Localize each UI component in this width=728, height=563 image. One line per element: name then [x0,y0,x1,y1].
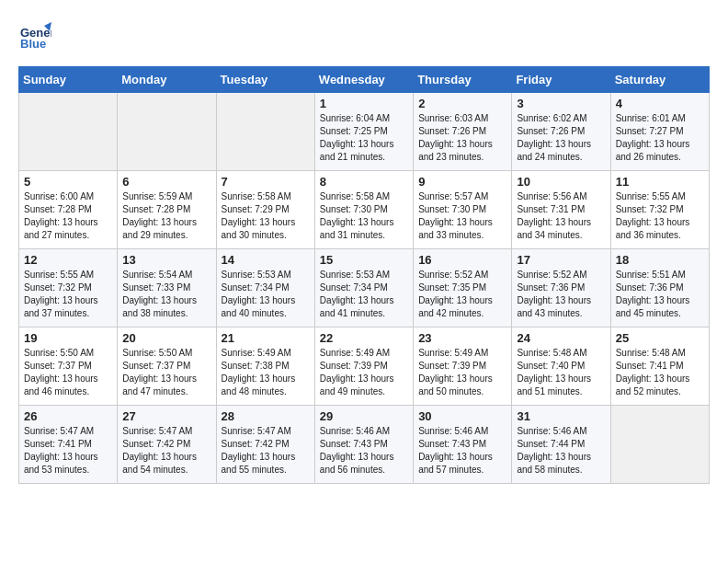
calendar-cell [19,93,118,171]
day-header-sunday: Sunday [19,67,118,93]
cell-content: Sunrise: 6:00 AMSunset: 7:28 PMDaylight:… [24,190,112,242]
calendar-cell: 9Sunrise: 5:57 AMSunset: 7:30 PMDaylight… [414,171,512,249]
day-header-monday: Monday [118,67,216,93]
day-number: 18 [616,253,704,267]
calendar-cell: 1Sunrise: 6:04 AMSunset: 7:25 PMDaylight… [314,93,413,171]
calendar-cell: 18Sunrise: 5:51 AMSunset: 7:36 PMDayligh… [610,249,709,327]
day-number: 10 [517,175,605,189]
cell-content: Sunrise: 6:02 AMSunset: 7:26 PMDaylight:… [517,112,605,164]
calendar-cell: 5Sunrise: 6:00 AMSunset: 7:28 PMDaylight… [19,171,118,249]
day-number: 3 [517,97,605,110]
cell-content: Sunrise: 5:47 AMSunset: 7:42 PMDaylight:… [122,425,210,477]
day-number: 23 [418,331,506,345]
day-header-saturday: Saturday [610,67,709,93]
day-number: 6 [122,175,210,189]
day-number: 16 [418,253,506,267]
calendar-cell: 12Sunrise: 5:55 AMSunset: 7:32 PMDayligh… [19,249,118,327]
day-number: 8 [320,175,408,189]
calendar-cell: 8Sunrise: 5:58 AMSunset: 7:30 PMDaylight… [314,171,413,249]
day-number: 26 [24,409,112,423]
cell-content: Sunrise: 6:03 AMSunset: 7:26 PMDaylight:… [418,112,506,164]
calendar-cell: 14Sunrise: 5:53 AMSunset: 7:34 PMDayligh… [216,249,314,327]
cell-content: Sunrise: 5:49 AMSunset: 7:38 PMDaylight:… [222,347,310,398]
day-number: 9 [418,175,506,189]
calendar-cell: 27Sunrise: 5:47 AMSunset: 7:42 PMDayligh… [118,406,216,484]
day-number: 29 [320,409,408,423]
day-number: 11 [616,175,704,189]
calendar-cell: 3Sunrise: 6:02 AMSunset: 7:26 PMDaylight… [512,93,610,171]
calendar-cell: 26Sunrise: 5:47 AMSunset: 7:41 PMDayligh… [19,406,118,484]
calendar-cell: 16Sunrise: 5:52 AMSunset: 7:35 PMDayligh… [414,249,512,327]
cell-content: Sunrise: 5:50 AMSunset: 7:37 PMDaylight:… [122,347,210,398]
svg-text:Blue: Blue [20,37,46,51]
calendar-cell [216,93,314,171]
calendar-cell: 28Sunrise: 5:47 AMSunset: 7:42 PMDayligh… [216,406,314,484]
cell-content: Sunrise: 5:49 AMSunset: 7:39 PMDaylight:… [418,347,506,398]
cell-content: Sunrise: 5:46 AMSunset: 7:43 PMDaylight:… [418,425,506,477]
cell-content: Sunrise: 5:48 AMSunset: 7:40 PMDaylight:… [517,347,605,398]
day-number: 17 [517,253,605,267]
cell-content: Sunrise: 5:51 AMSunset: 7:36 PMDaylight:… [616,269,704,320]
cell-content: Sunrise: 5:49 AMSunset: 7:39 PMDaylight:… [320,347,408,398]
day-number: 30 [418,409,506,423]
calendar-cell: 15Sunrise: 5:53 AMSunset: 7:34 PMDayligh… [314,249,413,327]
calendar-cell: 2Sunrise: 6:03 AMSunset: 7:26 PMDaylight… [414,93,512,171]
day-number: 7 [222,175,310,189]
calendar-cell: 29Sunrise: 5:46 AMSunset: 7:43 PMDayligh… [314,406,413,484]
day-header-tuesday: Tuesday [216,67,314,93]
cell-content: Sunrise: 5:54 AMSunset: 7:33 PMDaylight:… [122,269,210,320]
day-header-friday: Friday [512,67,610,93]
calendar-cell: 10Sunrise: 5:56 AMSunset: 7:31 PMDayligh… [512,171,610,249]
day-number: 4 [616,97,704,110]
cell-content: Sunrise: 5:48 AMSunset: 7:41 PMDaylight:… [616,347,704,398]
cell-content: Sunrise: 5:47 AMSunset: 7:42 PMDaylight:… [222,425,310,477]
day-number: 31 [517,409,605,423]
cell-content: Sunrise: 5:56 AMSunset: 7:31 PMDaylight:… [517,190,605,242]
calendar-cell: 4Sunrise: 6:01 AMSunset: 7:27 PMDaylight… [610,93,709,171]
calendar-cell: 17Sunrise: 5:52 AMSunset: 7:36 PMDayligh… [512,249,610,327]
day-number: 22 [320,331,408,345]
day-number: 14 [222,253,310,267]
calendar-cell: 13Sunrise: 5:54 AMSunset: 7:33 PMDayligh… [118,249,216,327]
calendar-cell [118,93,216,171]
day-number: 25 [616,331,704,345]
day-number: 1 [320,97,408,110]
day-number: 5 [24,175,112,189]
cell-content: Sunrise: 5:55 AMSunset: 7:32 PMDaylight:… [616,190,704,242]
calendar-table: SundayMondayTuesdayWednesdayThursdayFrid… [18,66,710,484]
day-number: 15 [320,253,408,267]
cell-content: Sunrise: 5:52 AMSunset: 7:36 PMDaylight:… [517,269,605,320]
cell-content: Sunrise: 5:47 AMSunset: 7:41 PMDaylight:… [24,425,112,477]
calendar-cell: 31Sunrise: 5:46 AMSunset: 7:44 PMDayligh… [512,406,610,484]
cell-content: Sunrise: 5:53 AMSunset: 7:34 PMDaylight:… [222,269,310,320]
cell-content: Sunrise: 5:50 AMSunset: 7:37 PMDaylight:… [24,347,112,398]
page-header: General Blue [18,18,710,52]
cell-content: Sunrise: 6:04 AMSunset: 7:25 PMDaylight:… [320,112,408,164]
day-header-wednesday: Wednesday [314,67,413,93]
cell-content: Sunrise: 5:59 AMSunset: 7:28 PMDaylight:… [122,190,210,242]
day-number: 21 [222,331,310,345]
day-number: 2 [418,97,506,110]
cell-content: Sunrise: 5:46 AMSunset: 7:43 PMDaylight:… [320,425,408,477]
logo: General Blue [18,18,51,52]
calendar-cell: 30Sunrise: 5:46 AMSunset: 7:43 PMDayligh… [414,406,512,484]
cell-content: Sunrise: 5:58 AMSunset: 7:30 PMDaylight:… [320,190,408,242]
day-header-thursday: Thursday [414,67,512,93]
day-number: 20 [122,331,210,345]
day-number: 12 [24,253,112,267]
calendar-cell: 25Sunrise: 5:48 AMSunset: 7:41 PMDayligh… [610,327,709,406]
cell-content: Sunrise: 5:57 AMSunset: 7:30 PMDaylight:… [418,190,506,242]
day-number: 27 [122,409,210,423]
calendar-cell: 20Sunrise: 5:50 AMSunset: 7:37 PMDayligh… [118,327,216,406]
cell-content: Sunrise: 5:58 AMSunset: 7:29 PMDaylight:… [222,190,310,242]
cell-content: Sunrise: 6:01 AMSunset: 7:27 PMDaylight:… [616,112,704,164]
cell-content: Sunrise: 5:55 AMSunset: 7:32 PMDaylight:… [24,269,112,320]
day-number: 13 [122,253,210,267]
cell-content: Sunrise: 5:46 AMSunset: 7:44 PMDaylight:… [517,425,605,477]
logo-icon: General Blue [18,18,51,52]
calendar-cell [610,406,709,484]
calendar-cell: 6Sunrise: 5:59 AMSunset: 7:28 PMDaylight… [118,171,216,249]
calendar-cell: 22Sunrise: 5:49 AMSunset: 7:39 PMDayligh… [314,327,413,406]
calendar-cell: 21Sunrise: 5:49 AMSunset: 7:38 PMDayligh… [216,327,314,406]
calendar-cell: 23Sunrise: 5:49 AMSunset: 7:39 PMDayligh… [414,327,512,406]
